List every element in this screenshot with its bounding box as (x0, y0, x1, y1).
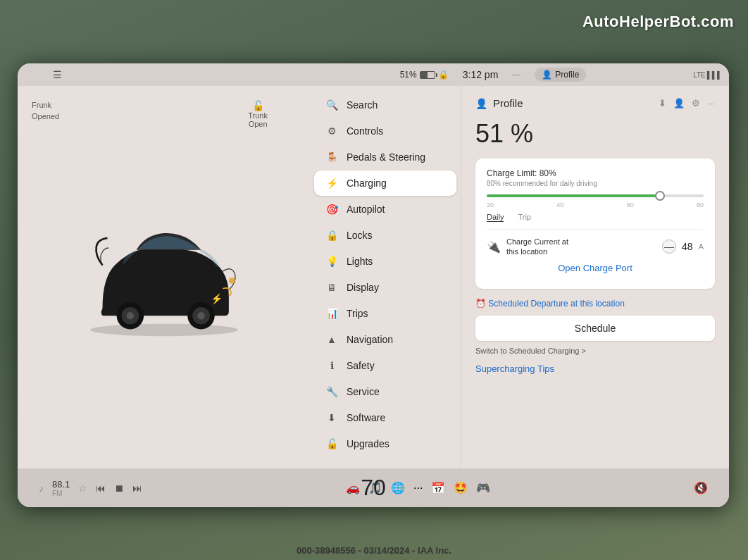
radio-type: FM (52, 490, 70, 497)
menu-item-trips[interactable]: 📊 Trips (314, 301, 456, 326)
scheduled-departure-label: ⏰ Scheduled Departure at this location (475, 299, 715, 309)
charging-content-panel: 👤 Profile ⬇ 👤 ⚙ ··· 51 % Charge Limit: 8… (461, 86, 729, 468)
speed-display: 70 (361, 475, 386, 501)
menu-item-display[interactable]: 🖥 Display (314, 275, 456, 300)
menu-item-pedals[interactable]: 🪑 Pedals & Steering (314, 144, 456, 170)
menu-icon: ☰ (53, 69, 62, 80)
svg-point-6 (197, 312, 205, 320)
volume-mute-icon[interactable]: 🔇 (694, 481, 708, 494)
menu-label-autopilot: Autopilot (347, 204, 385, 215)
decrease-current-btn[interactable]: — (662, 239, 676, 254)
daily-trip-toggle: Daily Trip (487, 213, 704, 222)
menu-label-pedals: Pedals & Steering (347, 151, 425, 163)
menu-item-service[interactable]: 🔧 Service (314, 379, 456, 404)
menu-item-safety[interactable]: ℹ Safety (314, 353, 456, 378)
charge-limit-sublabel: 80% recommended for daily driving (487, 180, 704, 187)
svg-point-3 (126, 312, 134, 320)
charge-current-label: Charge Current at this location (506, 237, 656, 257)
battery-percentage: 51 % (475, 119, 715, 149)
schedule-button[interactable]: Schedule (475, 316, 715, 341)
trip-tab[interactable]: Trip (518, 213, 531, 222)
stop-btn[interactable]: ⏹ (114, 483, 124, 494)
speed-value: 70 (361, 475, 386, 500)
profile-pill-icon: 👤 (542, 70, 552, 80)
frunk-label: Frunk Opened (32, 100, 59, 122)
menu-label-display: Display (347, 282, 379, 293)
nav-dot-icon: 🌐 (391, 481, 405, 494)
menu-item-search[interactable]: 🔍 Search (314, 92, 456, 118)
more-icon[interactable]: ··· (707, 98, 715, 108)
radio-frequency: 88.1 (52, 479, 70, 490)
svg-point-7 (228, 278, 235, 284)
lte-indicator: LTE ▌▌▌ (693, 71, 722, 79)
playback-controls: ⏮ ⏹ ⏭ (96, 483, 142, 494)
game-ctrl-icon: 🎮 (476, 481, 490, 494)
section-header: 👤 Profile ⬇ 👤 ⚙ ··· (475, 97, 715, 109)
lights-icon: 💡 (325, 256, 338, 267)
menu-label-software: Software (347, 412, 385, 423)
cal-icon: 📅 (431, 481, 445, 494)
menu-item-controls[interactable]: ⚙ Controls (314, 118, 456, 144)
separator: --- (512, 70, 521, 80)
menu-item-charging[interactable]: ⚡ Charging (314, 170, 456, 196)
next-track-btn[interactable]: ⏭ (132, 483, 142, 494)
menu-label-safety: Safety (347, 360, 375, 371)
menu-label-controls: Controls (347, 125, 383, 137)
face-icon: 🤩 (454, 481, 468, 494)
bluetooth-icon[interactable]: ⚙ (692, 98, 700, 108)
service-icon: 🔧 (325, 386, 338, 397)
charging-icon: ⚡ (325, 178, 338, 189)
plug-icon: 🔌 (487, 240, 501, 254)
menu-item-software[interactable]: ⬇ Software (314, 405, 456, 430)
navigation-icon: ▲ (325, 334, 338, 345)
header-action-icons: ⬇ 👤 ⚙ ··· (659, 98, 715, 108)
music-info: 88.1 FM (52, 479, 70, 497)
download-icon[interactable]: ⬇ (659, 98, 666, 108)
slider-marks: 20 40 60 80 (487, 201, 704, 209)
locks-icon: 🔒 (325, 230, 338, 241)
menu-label-trips: Trips (347, 308, 368, 319)
menu-item-autopilot[interactable]: 🎯 Autopilot (314, 197, 456, 222)
amp-unit: A (699, 242, 704, 251)
profile-header-icon: 👤 (475, 98, 487, 109)
scheduled-location-link[interactable]: this location (580, 299, 624, 309)
charge-slider-thumb[interactable] (655, 191, 665, 201)
user-icon[interactable]: 👤 (673, 98, 685, 108)
car-svg: ⚡ (66, 207, 263, 348)
time-display: 3:12 pm (463, 69, 499, 80)
open-charge-port-btn[interactable]: Open Charge Port (487, 257, 704, 279)
media-controls: ♪ 88.1 FM ☆ ⏮ ⏹ ⏭ (39, 479, 142, 497)
safety-icon: ℹ (325, 360, 338, 371)
profile-pill[interactable]: 👤 Profile (535, 68, 586, 82)
scheduled-section: ⏰ Scheduled Departure at this location S… (475, 299, 715, 374)
battery-percent-status: 51% (400, 70, 417, 80)
controls-icon: ⚙ (325, 125, 338, 137)
profile-pill-label: Profile (555, 70, 579, 80)
menu-label-search: Search (347, 99, 378, 111)
menu-label-navigation: Navigation (347, 334, 393, 345)
charge-slider-track[interactable] (487, 194, 704, 197)
status-bar: ☰ 51% 🔒 3:12 pm --- 👤 Profile LTE ▌▌▌ (18, 63, 729, 86)
svg-text:⚡: ⚡ (210, 293, 223, 305)
lock-status-icon: 🔒 (438, 70, 449, 80)
battery-icon (420, 71, 435, 79)
menu-item-navigation[interactable]: ▲ Navigation (314, 327, 456, 352)
charge-limit-card: Charge Limit: 80% 80% recommended for da… (475, 158, 715, 289)
pedals-icon: 🪑 (325, 151, 338, 163)
profile-header-title: Profile (493, 97, 523, 109)
menu-label-lights: Lights (347, 256, 373, 267)
charge-current-row: 🔌 Charge Current at this location — 48 A (487, 229, 704, 257)
media-bottom-bar: ♪ 88.1 FM ☆ ⏮ ⏹ ⏭ 70 🚗 🎵 🌐 ··· 📅 🤩 🎮 🔇 (18, 468, 729, 507)
menu-item-locks[interactable]: 🔒 Locks (314, 223, 456, 248)
tesla-screen: ☰ 51% 🔒 3:12 pm --- 👤 Profile LTE ▌▌▌ Fr… (18, 63, 729, 507)
autohelperbot-watermark: AutoHelperBot.com (582, 13, 734, 31)
display-icon: 🖥 (325, 282, 338, 293)
favorite-btn[interactable]: ☆ (78, 483, 87, 494)
prev-track-btn[interactable]: ⏮ (96, 483, 106, 494)
switch-to-scheduled-charging[interactable]: Switch to Scheduled Charging > (475, 347, 715, 355)
menu-item-upgrades[interactable]: 🔓 Upgrades (314, 431, 456, 456)
amp-value: 48 (682, 241, 693, 252)
supercharging-tips-link[interactable]: Supercharging Tips (475, 363, 715, 374)
menu-item-lights[interactable]: 💡 Lights (314, 249, 456, 274)
daily-tab[interactable]: Daily (487, 213, 504, 222)
